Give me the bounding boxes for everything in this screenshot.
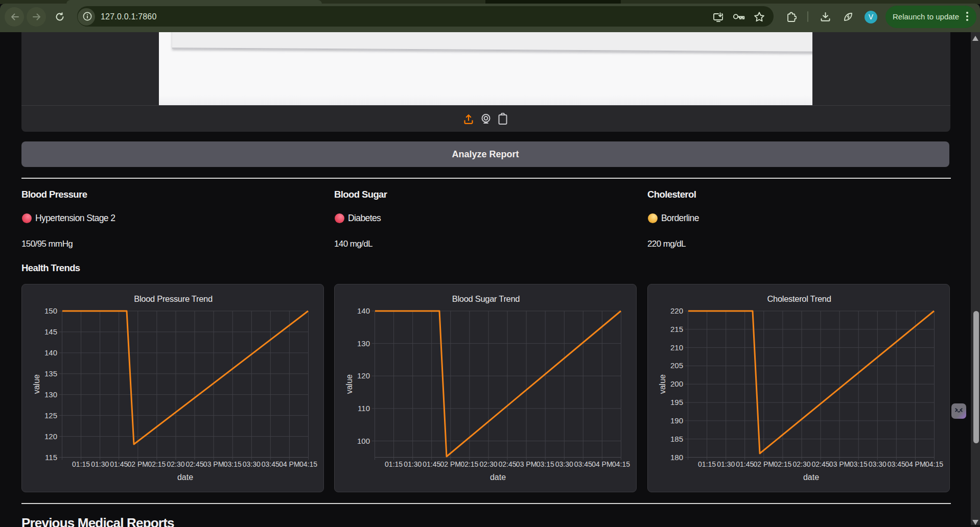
svg-text:03:30: 03:30 <box>555 460 573 468</box>
svg-text:01:45: 01:45 <box>423 460 440 468</box>
svg-text:03:45: 03:45 <box>574 460 592 468</box>
svg-text:02:45: 02:45 <box>811 460 829 468</box>
svg-text:01:15: 01:15 <box>698 460 716 468</box>
svg-text:value: value <box>32 374 41 394</box>
svg-text:03:30: 03:30 <box>869 460 886 468</box>
svg-text:130: 130 <box>357 339 370 348</box>
svg-text:220: 220 <box>670 306 683 315</box>
svg-text:01:45: 01:45 <box>736 460 754 468</box>
svg-text:04 PM: 04 PM <box>592 460 612 468</box>
svg-text:120: 120 <box>357 371 370 380</box>
svg-text:01:45: 01:45 <box>110 460 128 468</box>
svg-text:01:30: 01:30 <box>91 460 109 468</box>
svg-text:110: 110 <box>358 404 370 413</box>
svg-text:115: 115 <box>45 453 57 462</box>
svg-text:190: 190 <box>670 416 683 425</box>
svg-text:01:15: 01:15 <box>385 460 403 468</box>
svg-text:120: 120 <box>44 432 57 441</box>
svg-text:03 PM: 03 PM <box>203 460 224 468</box>
svg-text:210: 210 <box>670 343 683 352</box>
svg-text:150: 150 <box>44 306 57 315</box>
svg-text:02:45: 02:45 <box>498 460 516 468</box>
svg-text:03:15: 03:15 <box>850 460 868 468</box>
svg-text:02:45: 02:45 <box>185 460 203 468</box>
svg-text:130: 130 <box>44 390 57 399</box>
svg-text:145: 145 <box>44 327 57 336</box>
svg-text:value: value <box>345 374 354 394</box>
svg-text:04:15: 04:15 <box>925 460 943 468</box>
svg-text:04:15: 04:15 <box>612 460 630 468</box>
svg-text:02:15: 02:15 <box>774 460 791 468</box>
svg-text:125: 125 <box>44 411 57 420</box>
svg-text:03:15: 03:15 <box>536 460 554 468</box>
svg-text:02 PM: 02 PM <box>440 460 461 468</box>
svg-text:205: 205 <box>670 361 683 370</box>
svg-text:Blood Sugar Trend: Blood Sugar Trend <box>452 294 520 303</box>
svg-text:140: 140 <box>44 348 57 357</box>
svg-text:02:30: 02:30 <box>167 460 184 468</box>
svg-text:02:15: 02:15 <box>460 460 478 468</box>
svg-text:215: 215 <box>670 325 683 333</box>
svg-text:02:15: 02:15 <box>148 460 166 468</box>
svg-text:03:45: 03:45 <box>262 460 279 468</box>
svg-text:Blood Pressure Trend: Blood Pressure Trend <box>134 294 213 303</box>
svg-text:03:45: 03:45 <box>888 460 905 468</box>
svg-text:date: date <box>490 473 506 482</box>
svg-text:03 PM: 03 PM <box>516 460 536 468</box>
svg-text:03:15: 03:15 <box>224 460 242 468</box>
svg-text:200: 200 <box>670 379 683 388</box>
svg-text:140: 140 <box>357 306 370 315</box>
svg-text:01:30: 01:30 <box>717 460 735 468</box>
svg-text:180: 180 <box>670 453 683 462</box>
svg-text:02 PM: 02 PM <box>754 460 774 468</box>
svg-text:135: 135 <box>44 369 57 378</box>
svg-text:03 PM: 03 PM <box>829 460 850 468</box>
svg-text:02 PM: 02 PM <box>128 460 148 468</box>
svg-text:04:15: 04:15 <box>299 460 317 468</box>
svg-text:value: value <box>658 374 667 394</box>
svg-text:date: date <box>803 473 819 482</box>
svg-text:01:15: 01:15 <box>72 460 90 468</box>
svg-text:04 PM: 04 PM <box>279 460 299 468</box>
svg-text:Cholesterol Trend: Cholesterol Trend <box>767 294 831 303</box>
svg-text:03:30: 03:30 <box>243 460 261 468</box>
svg-text:date: date <box>177 473 193 482</box>
svg-text:100: 100 <box>357 437 370 445</box>
svg-text:04 PM: 04 PM <box>905 460 925 468</box>
svg-text:185: 185 <box>670 435 683 443</box>
svg-text:01:30: 01:30 <box>404 460 422 468</box>
svg-text:02:30: 02:30 <box>792 460 810 468</box>
svg-text:02:30: 02:30 <box>479 460 497 468</box>
svg-text:195: 195 <box>670 398 683 406</box>
